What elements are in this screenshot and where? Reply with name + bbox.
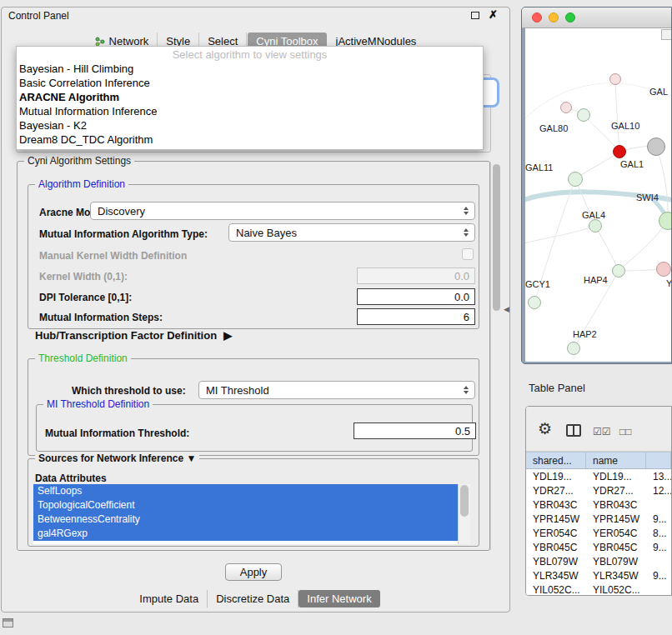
zoom-traffic-light[interactable] [565, 12, 575, 22]
table-row[interactable]: YBR043CYBR043C [526, 498, 671, 512]
close-traffic-light[interactable] [532, 12, 542, 22]
close-icon[interactable]: ✗ [489, 11, 498, 19]
network-node-label: GAL80 [539, 123, 568, 133]
network-node[interactable] [613, 145, 626, 158]
mi-type-label: Mutual Information Algorithm Type: [39, 228, 208, 240]
table-row[interactable]: YBR045CYBR045C9... [526, 540, 671, 554]
column-header-extra[interactable] [646, 452, 671, 468]
network-node[interactable] [567, 342, 580, 355]
kernel-width-field[interactable]: 0.0 [357, 268, 475, 284]
manual-kernel-checkbox[interactable] [462, 248, 474, 260]
minimize-traffic-light[interactable] [549, 12, 559, 22]
table-row[interactable]: YLR345WYLR345W9... [526, 568, 671, 582]
network-node[interactable] [560, 102, 572, 113]
mi-steps-field[interactable]: 6 [357, 308, 475, 325]
algorithm-option[interactable]: Basic Correlation Inference [17, 76, 483, 90]
data-attributes-label: Data Attributes [35, 472, 107, 484]
network-node-label: GCY1 [525, 279, 550, 289]
tab-infer-network[interactable]: Infer Network [298, 590, 379, 608]
table-cell [646, 554, 671, 568]
mi-type-select[interactable]: Naive Bayes [228, 223, 475, 242]
columns-icon[interactable] [566, 424, 581, 437]
table-cell: 8... [646, 526, 671, 540]
group-title: Cyni Algorithm Settings [24, 155, 134, 167]
aracne-mode-select[interactable]: Discovery [90, 202, 475, 220]
data-attribute-item[interactable]: TopologicalCoefficient [33, 498, 458, 512]
settings-scrollbar[interactable] [490, 162, 501, 550]
network-node-label: GAL11 [525, 162, 553, 172]
table-cell: YDR27... [586, 483, 646, 498]
scrollbar-thumb[interactable] [460, 485, 469, 517]
algorithm-dropdown-popup: Select algorithm to view settings Bayesi… [16, 46, 484, 150]
table-cell: YBR045C [526, 540, 586, 554]
dpi-tolerance-field[interactable]: 0.0 [357, 288, 475, 305]
table-row[interactable]: YDR27...YDR27...12... [526, 483, 671, 498]
hub-definition-expander[interactable]: Hub/Transcription Factor Definition ▶ [35, 329, 232, 342]
dpi-tolerance-label: DPI Tolerance [0,1]: [39, 292, 132, 303]
data-attribute-item[interactable]: BetweennessCentrality [33, 512, 458, 527]
network-window-titlebar[interactable] [522, 8, 671, 28]
network-node[interactable] [528, 296, 541, 309]
table-cell: YIL052C... [526, 582, 586, 595]
column-header-shared-name[interactable]: shared... [526, 452, 586, 468]
network-node[interactable] [659, 212, 672, 230]
window-title: Control Panel [8, 10, 69, 22]
network-node-label: GAL4 [582, 210, 605, 220]
table-row[interactable]: YER054CYER054C8... [526, 526, 671, 540]
deselect-all-columns-icon[interactable]: □□ [619, 426, 632, 438]
table-row[interactable]: YPR145WYPR145W9... [526, 512, 671, 526]
tab-discretize-data[interactable]: Discretize Data [208, 590, 298, 608]
table-row[interactable]: YIL052C...YIL052C... [526, 582, 671, 595]
group-title: Algorithm Definition [35, 178, 128, 190]
scroll-corner[interactable] [661, 29, 672, 40]
algorithm-option[interactable]: Dream8 DC_TDC Algorithm [17, 132, 483, 147]
network-node[interactable] [568, 172, 583, 187]
table-row[interactable]: YDL19...YDL19...13... [526, 469, 671, 483]
collapse-down-icon: ▼ [186, 452, 196, 464]
apply-button[interactable]: Apply [225, 563, 282, 581]
table-cell: YBL079W [526, 554, 586, 568]
scrollbar-thumb[interactable] [493, 164, 500, 311]
table-cell [646, 498, 671, 512]
network-canvas[interactable]: GAL80GAL10GAL11GAL1SWI4GAL4GCY1HAP4HAP2G… [525, 28, 672, 362]
column-header-name[interactable]: name [586, 452, 646, 468]
algorithm-option[interactable]: Bayesian - Hill Climbing [17, 62, 483, 76]
algorithm-option[interactable]: Mutual Information Inference [17, 104, 483, 118]
data-attribute-item[interactable]: SelfLoops [33, 484, 458, 498]
panel-collapse-handle[interactable]: ◀ [504, 305, 509, 313]
data-attribute-item[interactable]: gal4RGexp [33, 527, 458, 541]
table-cell: YER054C [586, 526, 646, 540]
manual-kernel-label: Manual Kernel Width Definition [39, 250, 187, 262]
tab-impute-data[interactable]: Impute Data [131, 590, 208, 608]
data-attributes-list[interactable]: SelfLoopsTopologicalCoefficientBetweenne… [33, 484, 470, 544]
network-node[interactable] [647, 138, 665, 156]
mi-threshold-field[interactable]: 0.5 [354, 422, 476, 439]
table-cell: 12... [646, 483, 671, 498]
table-cell: YPR145W [526, 512, 586, 526]
algorithm-option[interactable]: Bayesian - K2 [17, 118, 483, 132]
network-node[interactable] [612, 264, 625, 278]
table-row[interactable]: YBL079WYBL079W [526, 554, 671, 568]
list-scrollbar[interactable] [458, 484, 470, 544]
network-node[interactable] [589, 219, 602, 232]
network-node-label: HAP4 [584, 275, 608, 285]
algorithm-option[interactable]: ARACNE Algorithm [17, 90, 483, 104]
network-node[interactable] [609, 73, 621, 85]
table-cell: 13... [646, 469, 671, 483]
combo-arrows-icon [462, 228, 474, 237]
sources-expander[interactable]: Sources for Network Inference ▼ [35, 452, 199, 464]
select-all-columns-icon[interactable]: ☑☑ [593, 426, 611, 438]
network-node[interactable] [577, 108, 590, 122]
restore-panel-icon[interactable] [3, 618, 13, 628]
group-title: MI Threshold Definition [43, 398, 153, 410]
algorithm-dropdown-list: Bayesian - Hill ClimbingBasic Correlatio… [17, 62, 483, 147]
settings-gear-icon[interactable]: ⚙ [538, 419, 552, 438]
table-cell: YDL19... [526, 469, 586, 483]
which-threshold-select[interactable]: MI Threshold [198, 381, 475, 399]
network-node-label: GAL [649, 87, 668, 97]
network-icon [95, 37, 105, 47]
network-node[interactable] [656, 262, 671, 277]
combo-value: MI Threshold [206, 384, 269, 397]
table-cell: YBL079W [586, 554, 646, 568]
float-window-icon[interactable] [471, 12, 479, 19]
